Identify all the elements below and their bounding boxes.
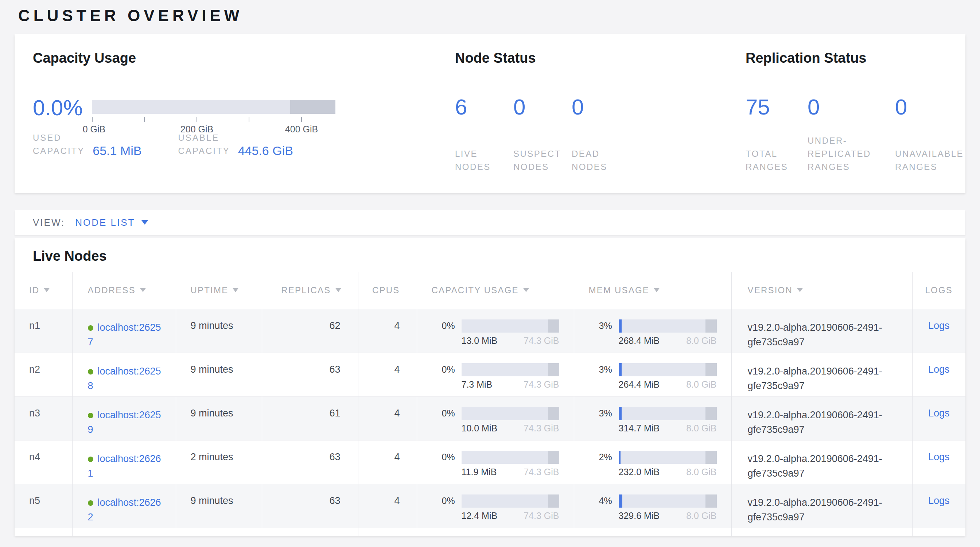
axis-tick bbox=[92, 117, 92, 122]
mem-total-value: 8.0 GiB bbox=[686, 379, 716, 390]
mem-bar-endcap bbox=[705, 407, 717, 420]
dead-nodes-count: 0 bbox=[572, 96, 608, 118]
node-mem-usage-cell: 3% 268.4 MiB 8.0 GiB bbox=[574, 309, 731, 353]
column-header-id[interactable]: ID bbox=[14, 272, 72, 309]
mem-bar-endcap bbox=[705, 451, 717, 464]
mem-used-value: 264.4 MiB bbox=[619, 379, 660, 390]
replication-status-section: Replication Status 75 TOTAL RANGES 0 UND… bbox=[730, 34, 966, 193]
node-cpus-cell: 4 bbox=[358, 309, 417, 353]
node-cpus-cell: 4 bbox=[358, 353, 417, 396]
node-logs-cell: Logs bbox=[912, 309, 966, 353]
under-replicated-ranges-label: UNDER- REPLICATED RANGES bbox=[808, 134, 895, 173]
table-row: n1 localhost:26257 9 minutes 62 4 0% 13.… bbox=[14, 309, 966, 353]
node-replicas-cell: 63 bbox=[262, 440, 358, 484]
capacity-bar-endcap bbox=[548, 451, 559, 464]
logs-link[interactable]: Logs bbox=[928, 320, 950, 331]
node-address-link[interactable]: localhost:26259 bbox=[88, 410, 161, 436]
mem-bar-fill bbox=[619, 451, 620, 464]
mem-used-value: 329.6 MiB bbox=[619, 510, 660, 521]
suspect-nodes-count: 0 bbox=[513, 96, 572, 118]
mem-total-value: 8.0 GiB bbox=[686, 423, 716, 434]
column-header-mem-usage[interactable]: MEM USAGE bbox=[574, 272, 731, 309]
mem-total-value: 8.0 GiB bbox=[686, 467, 716, 477]
table-row: n5 localhost:26262 9 minutes 63 4 0% 12.… bbox=[14, 484, 966, 528]
mem-bar bbox=[619, 363, 717, 376]
column-header-logs: LOGS bbox=[912, 272, 966, 309]
mem-used-value: 268.4 MiB bbox=[619, 336, 660, 346]
logs-link[interactable]: Logs bbox=[928, 452, 950, 463]
node-status-section: Node Status 6 LIVE NODES 0 SUSPECT NODES… bbox=[441, 34, 730, 193]
column-header-address[interactable]: ADDRESS bbox=[72, 272, 176, 309]
capacity-percent: 0% bbox=[442, 408, 460, 419]
node-capacity-usage-cell: 0% 11.9 MiB 74.3 GiB bbox=[417, 440, 574, 484]
cluster-overview-page: CLUSTER OVERVIEW Capacity Usage 0.0% 0 G… bbox=[0, 0, 980, 547]
mem-total-value: 8.0 GiB bbox=[686, 510, 716, 521]
node-cpus-cell: 4 bbox=[358, 396, 417, 440]
node-logs-cell: Logs bbox=[912, 353, 966, 396]
logs-link[interactable]: Logs bbox=[928, 364, 950, 375]
capacity-bar-endcap bbox=[548, 407, 559, 420]
node-address-link[interactable]: localhost:26257 bbox=[88, 322, 161, 348]
suspect-nodes-label: SUSPECT NODES bbox=[513, 147, 572, 173]
column-header-uptime[interactable]: UPTIME bbox=[176, 272, 262, 309]
unavailable-ranges-count: 0 bbox=[895, 96, 964, 118]
capacity-usage-heading: Capacity Usage bbox=[33, 49, 441, 66]
mem-bar-fill bbox=[619, 407, 622, 420]
node-mem-usage-cell: 4% 329.6 MiB 8.0 GiB bbox=[574, 484, 731, 528]
capacity-total-value: 74.3 GiB bbox=[523, 510, 559, 521]
mem-bar bbox=[619, 495, 717, 507]
node-status-heading: Node Status bbox=[455, 49, 730, 66]
view-bar: VIEW: NODE LIST bbox=[14, 210, 966, 235]
node-replicas-cell: 63 bbox=[262, 353, 358, 396]
axis-tick-label: 400 GiB bbox=[285, 124, 318, 135]
axis-tick bbox=[144, 117, 145, 122]
capacity-used-value: 10.0 MiB bbox=[461, 423, 498, 434]
column-header-replicas[interactable]: REPLICAS bbox=[262, 272, 358, 309]
mem-bar-endcap bbox=[705, 320, 717, 332]
capacity-total-value: 74.3 GiB bbox=[523, 423, 559, 434]
replication-status-stats: 75 TOTAL RANGES 0 UNDER- REPLICATED RANG… bbox=[746, 96, 966, 173]
node-id-cell: n2 bbox=[14, 353, 72, 396]
capacity-usage-gauge: 0.0% 0 GiB 200 GiB 400 GiB bbox=[33, 100, 441, 119]
view-dropdown[interactable]: NODE LIST bbox=[75, 217, 148, 228]
mem-bar bbox=[619, 320, 717, 332]
sort-arrow-icon bbox=[797, 288, 803, 292]
node-address-link[interactable]: localhost:26258 bbox=[88, 366, 161, 392]
logs-link[interactable]: Logs bbox=[928, 408, 950, 419]
view-dropdown-value[interactable]: NODE LIST bbox=[75, 217, 135, 228]
capacity-bar-endcap bbox=[548, 495, 559, 507]
sort-arrow-icon bbox=[654, 288, 660, 292]
live-nodes-heading: Live Nodes bbox=[33, 248, 966, 264]
summary-card: Capacity Usage 0.0% 0 GiB 200 GiB 400 Gi… bbox=[14, 34, 966, 193]
node-replicas-cell: 63 bbox=[262, 484, 358, 528]
capacity-bar-track bbox=[92, 100, 336, 114]
column-header-capacity-usage[interactable]: CAPACITY USAGE bbox=[417, 272, 574, 309]
live-nodes-label: LIVE NODES bbox=[455, 147, 513, 173]
live-nodes-count: 6 bbox=[455, 96, 513, 118]
capacity-bar bbox=[461, 363, 559, 376]
live-nodes-card: Live Nodes ID ADDRESS UPTIME bbox=[14, 238, 966, 536]
node-version-cell: v19.2.0-alpha.20190606-2491-gfe735c9a97 bbox=[731, 440, 912, 484]
node-address-link[interactable]: localhost:26262 bbox=[88, 497, 161, 523]
live-status-dot-icon bbox=[88, 369, 93, 375]
sort-arrow-icon bbox=[336, 288, 341, 292]
node-cpus-cell: 4 bbox=[358, 484, 417, 528]
node-uptime-cell: 2 minutes bbox=[176, 440, 262, 484]
under-replicated-ranges-stat: 0 UNDER- REPLICATED RANGES bbox=[808, 96, 895, 173]
node-capacity-usage-cell: 0% 10.0 MiB 74.3 GiB bbox=[417, 396, 574, 440]
node-id-cell: n1 bbox=[14, 309, 72, 353]
node-address-link[interactable]: localhost:26261 bbox=[88, 453, 161, 479]
mem-percent: 3% bbox=[599, 408, 617, 419]
node-version-cell: v19.2.0-alpha.20190606-2491-gfe735c9a97 bbox=[731, 484, 912, 528]
logs-link[interactable]: Logs bbox=[928, 495, 950, 506]
node-address-cell: localhost:26261 bbox=[72, 440, 176, 484]
unavailable-ranges-stat: 0 UNAVAILABLE RANGES bbox=[895, 96, 964, 173]
capacity-bar bbox=[461, 495, 559, 507]
node-mem-usage-cell: 3% 264.4 MiB 8.0 GiB bbox=[574, 353, 731, 396]
node-address-cell: localhost:26259 bbox=[72, 396, 176, 440]
node-capacity-usage-cell: 0% 12.4 MiB 74.3 GiB bbox=[417, 484, 574, 528]
capacity-bar bbox=[461, 320, 559, 332]
column-header-version[interactable]: VERSION bbox=[731, 272, 912, 309]
live-status-dot-icon bbox=[88, 413, 93, 418]
node-capacity-usage-cell: 0% 13.0 MiB 74.3 GiB bbox=[417, 309, 574, 353]
